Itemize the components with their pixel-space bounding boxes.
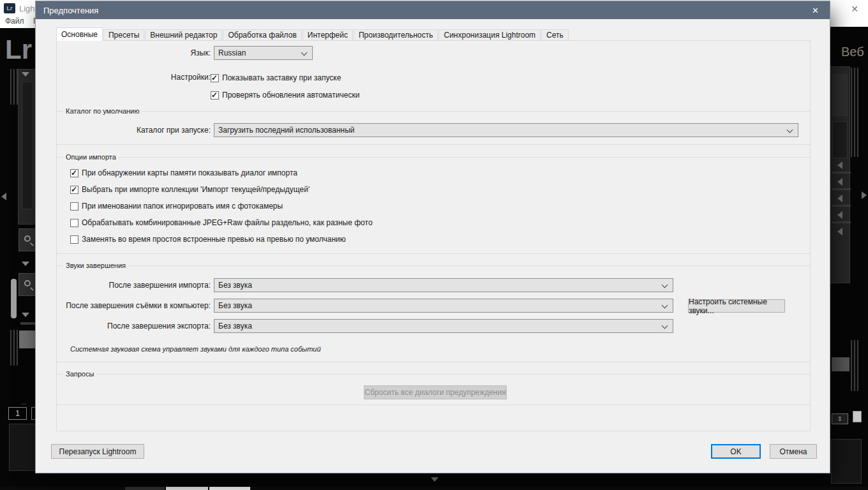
left-panel-content-fragment	[22, 82, 33, 209]
panel-divider	[20, 322, 36, 325]
loupe-icon	[24, 280, 31, 286]
checkbox-icon	[70, 219, 79, 227]
left-panel-reveal-arrow[interactable]	[1, 193, 6, 200]
chevron-down-icon	[662, 282, 668, 288]
collapse-triangle-icon[interactable]	[22, 262, 29, 266]
loupe-icon	[24, 235, 31, 242]
language-value: Russian	[218, 48, 246, 57]
collection-item-fragment	[19, 228, 36, 251]
sound-value: Без звука	[218, 322, 252, 330]
group-legend: Запросы	[63, 370, 96, 378]
collapse-triangle-icon[interactable]	[837, 228, 842, 235]
tether-done-sound-select[interactable]: Без звука	[214, 299, 673, 313]
tab-network[interactable]: Сеть	[541, 29, 569, 41]
export-done-sound-select[interactable]: Без звука	[214, 319, 673, 333]
import-done-sound-label: После завершения импорта:	[45, 278, 211, 292]
taskbar-segment	[209, 487, 250, 490]
collection-item-fragment	[19, 273, 36, 296]
group-legend: Каталог по умолчанию	[63, 107, 142, 115]
panel-divider	[832, 188, 851, 190]
language-label: Язык:	[45, 46, 211, 60]
import-done-sound-select[interactable]: Без звука	[214, 278, 673, 292]
language-select[interactable]: Russian	[214, 46, 313, 60]
chevron-down-icon	[787, 127, 793, 133]
module-web[interactable]: Веб	[841, 45, 864, 59]
checkbox-show-import-dialog[interactable]: При обнаружении карты памяти показывать …	[70, 168, 297, 178]
panel-thumb-fragment	[832, 357, 849, 371]
panel-grip	[851, 340, 858, 391]
tab-general[interactable]: Основные	[56, 27, 103, 41]
cancel-button[interactable]: Отмена	[770, 444, 817, 459]
checkbox-replace-embedded-previews[interactable]: Заменять во время простоя встроенные пре…	[70, 234, 346, 244]
dialog-titlebar[interactable]: Предпочтения	[36, 1, 830, 19]
panel-thumb-fragment	[19, 330, 36, 348]
filmstrip-toggle[interactable]	[853, 411, 862, 422]
filmstrip-thumbnail	[831, 439, 862, 484]
taskbar-segment	[166, 487, 208, 490]
app-close-icon[interactable]: ✕	[844, 1, 865, 17]
restart-lightroom-button[interactable]: Перезапуск Lightroom	[51, 444, 144, 459]
checkbox-icon	[70, 202, 79, 211]
filmstrip-index-badge[interactable]: 1	[8, 407, 27, 420]
filmstrip-badge-fragment	[31, 407, 36, 420]
bottom-panel-reveal-arrow[interactable]	[431, 477, 438, 482]
filmstrip-dots-icon: ⋯	[21, 401, 27, 407]
group-legend: Звуки завершения	[63, 262, 128, 269]
panel-divider	[832, 172, 851, 174]
collapse-triangle-icon[interactable]	[837, 211, 842, 219]
collapse-triangle-icon[interactable]	[837, 195, 842, 202]
tab-presets[interactable]: Пресеты	[103, 29, 144, 41]
startup-catalog-label: Каталог при запуске:	[45, 123, 211, 137]
sound-value: Без звука	[218, 281, 252, 290]
tab-performance[interactable]: Производительность	[354, 29, 438, 41]
checkbox-label: Выбрать при импорте коллекции 'Импорт те…	[82, 185, 310, 194]
panel-grip	[10, 69, 18, 105]
collapse-triangle-icon[interactable]	[22, 313, 29, 317]
right-panel-reveal-arrow[interactable]	[862, 191, 867, 199]
checkbox-label: Проверять обновления автоматически	[222, 91, 359, 100]
tab-external-editor[interactable]: Внешний редактор	[145, 29, 222, 41]
zoom-stepper[interactable]: ⇕	[832, 413, 848, 424]
settings-label: Настройки:	[45, 70, 211, 84]
startup-catalog-value: Загрузить последний использованный	[218, 126, 354, 135]
startup-catalog-select[interactable]: Загрузить последний использованный	[214, 123, 798, 137]
sound-value: Без звука	[218, 301, 252, 310]
dialog-close-button[interactable]: ✕	[801, 1, 830, 19]
checkbox-label: При именовании папок игнорировать имя с …	[82, 202, 283, 211]
ok-button[interactable]: OK	[711, 444, 761, 459]
panel-grip	[10, 330, 18, 366]
checkbox-label: Показывать заставку при запуске	[222, 73, 341, 82]
tab-bar: Основные Пресеты Внешний редактор Обрабо…	[56, 27, 569, 41]
collapse-triangle-icon[interactable]	[22, 72, 29, 77]
filmstrip-thumbnail	[9, 424, 36, 471]
checkbox-select-import-collection[interactable]: Выбрать при импорте коллекции 'Импорт те…	[70, 184, 310, 195]
reset-warning-dialogs-button[interactable]: Сбросить все диалоги предупреждения	[364, 385, 507, 399]
right-panel-content-fragment	[832, 121, 848, 158]
chevron-down-icon	[662, 302, 668, 309]
menu-file[interactable]: Файл	[5, 17, 24, 26]
tab-lightroom-sync[interactable]: Синхронизация Lightroom	[438, 29, 541, 41]
group-legend: Опции импорта	[63, 153, 119, 161]
collapse-triangle-icon[interactable]	[837, 161, 842, 169]
panel-divider	[832, 221, 851, 223]
dialog-title: Предпочтения	[43, 6, 98, 15]
checkbox-icon	[70, 169, 79, 177]
tab-file-handling[interactable]: Обработка файлов	[223, 29, 301, 41]
export-done-sound-label: После завершения экспорта:	[45, 319, 211, 333]
checkbox-icon	[211, 74, 219, 82]
checkbox-ignore-camera-folder-names[interactable]: При именовании папок игнорировать имя с …	[70, 201, 283, 211]
left-scrollbar-thumb[interactable]	[11, 279, 17, 318]
collapse-triangle-icon[interactable]	[837, 178, 842, 186]
checkbox-check-updates[interactable]: Проверять обновления автоматически	[211, 90, 359, 100]
checkbox-show-splash[interactable]: Показывать заставку при запуске	[211, 73, 341, 83]
checkbox-icon	[70, 235, 79, 244]
system-sounds-button[interactable]: Настроить системные звуки...	[688, 299, 785, 313]
sound-scheme-note: Системная звуковая схема управляет звука…	[70, 345, 321, 353]
right-panel-preview-fragment	[832, 74, 848, 116]
tab-interface[interactable]: Интерфейс	[303, 29, 353, 41]
checkbox-label: Заменять во время простоя встроенные пре…	[82, 235, 346, 244]
preferences-dialog: Предпочтения ✕ Основные Пресеты Внешний …	[36, 1, 830, 473]
checkbox-treat-jpeg-raw-separately[interactable]: Обрабатывать комбинированные JPEG+Raw фа…	[70, 218, 373, 228]
lightroom-logo: Lr	[5, 34, 32, 65]
panel-grip	[851, 68, 858, 157]
